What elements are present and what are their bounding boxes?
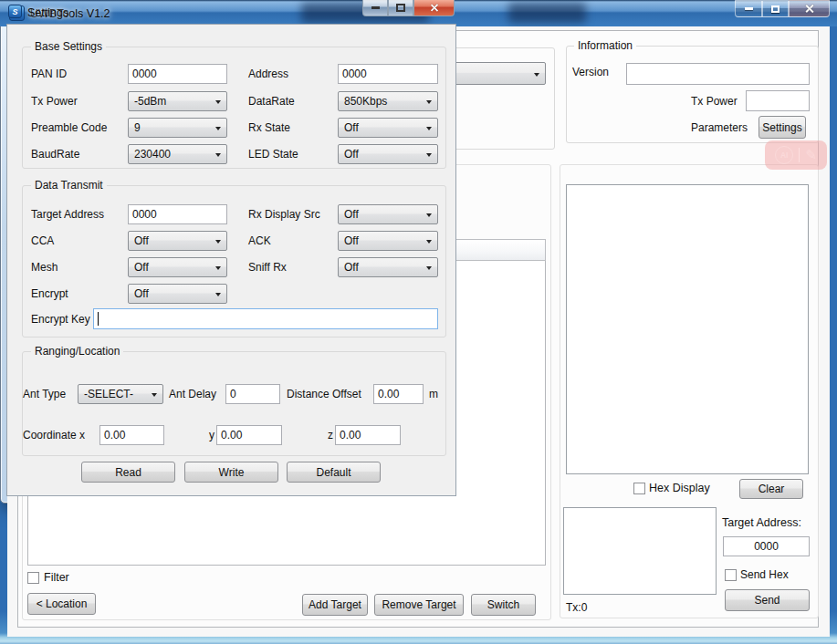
- chevron-down-icon: [215, 293, 221, 296]
- cca-combo[interactable]: Off: [128, 231, 227, 251]
- maximize-icon: [771, 5, 779, 13]
- chevron-down-icon: [534, 73, 539, 77]
- switch-button[interactable]: Switch: [471, 594, 536, 616]
- chevron-down-icon: [215, 100, 221, 104]
- distance-offset-field[interactable]: 0.00: [373, 384, 424, 404]
- ant-type-combo[interactable]: -SELECT-: [78, 384, 163, 404]
- coordinate-x-label: Coordinate x: [23, 429, 85, 441]
- send-button[interactable]: Send: [725, 589, 810, 611]
- target-address-label: Target Address:: [722, 516, 801, 529]
- coordinate-y-label: y: [209, 429, 214, 441]
- ant-delay-field[interactable]: 0: [225, 384, 280, 404]
- ranging-location-legend: Ranging/Location: [31, 345, 123, 358]
- encrypt-key-label: Encrypt Key: [31, 313, 90, 326]
- chevron-down-icon: [426, 127, 432, 130]
- pan-id-label: PAN ID: [31, 68, 67, 80]
- datarate-label: DataRate: [248, 95, 295, 108]
- rx-state-combo[interactable]: Off: [338, 118, 438, 138]
- coordinate-z-label: z: [328, 429, 333, 441]
- receive-display-area[interactable]: [566, 184, 809, 474]
- add-target-button[interactable]: Add Target: [302, 594, 368, 616]
- pan-id-field[interactable]: 0000: [128, 64, 227, 84]
- tx-power-label: Tx Power: [691, 95, 738, 108]
- titlebar-reflection: [508, 3, 586, 23]
- coordinate-z-field[interactable]: 0.00: [335, 425, 401, 445]
- send-hex-checkbox[interactable]: [725, 569, 737, 581]
- chevron-down-icon: [215, 127, 221, 130]
- coordinate-y-field[interactable]: 0.00: [216, 425, 282, 445]
- baudrate-combo[interactable]: 230400: [128, 144, 227, 164]
- minimize-button[interactable]: [735, 0, 762, 17]
- chevron-down-icon: [426, 153, 432, 157]
- rx-display-src-combo[interactable]: Off: [338, 204, 438, 224]
- dialog-minimize-button[interactable]: [362, 0, 388, 16]
- pen-icon[interactable]: ✎: [805, 147, 817, 163]
- version-field[interactable]: [626, 63, 810, 85]
- sniff-rx-combo[interactable]: Off: [338, 257, 438, 277]
- encrypt-combo[interactable]: Off: [128, 284, 227, 304]
- version-label: Version: [572, 66, 609, 78]
- mesh-combo[interactable]: Off: [128, 257, 227, 277]
- filter-label: Filter: [44, 571, 69, 584]
- encrypt-label: Encrypt: [31, 287, 68, 300]
- dialog-restore-button[interactable]: [388, 0, 413, 16]
- ai-overlay-toolbar[interactable]: AI ✎: [765, 140, 827, 170]
- rx-state-label: Rx State: [248, 121, 290, 134]
- tx-power-field[interactable]: [746, 90, 810, 111]
- filter-checkbox[interactable]: [27, 572, 39, 584]
- ai-icon[interactable]: AI: [775, 146, 793, 164]
- chevron-down-icon: [426, 266, 432, 270]
- default-button[interactable]: Default: [287, 462, 381, 483]
- close-icon: [804, 4, 814, 14]
- location-button[interactable]: < Location: [27, 593, 96, 615]
- distance-offset-label: Distance Offset: [287, 388, 361, 400]
- chevron-down-icon: [215, 240, 221, 244]
- dialog-icon: S: [8, 5, 22, 18]
- close-button[interactable]: [789, 0, 830, 17]
- dlg-tx-power-label: Tx Power: [31, 95, 78, 108]
- cca-label: CCA: [31, 234, 54, 247]
- hex-display-checkbox[interactable]: [633, 483, 645, 494]
- mesh-label: Mesh: [31, 261, 58, 274]
- ack-label: ACK: [248, 234, 271, 247]
- tx-display-area[interactable]: [563, 507, 717, 595]
- dialog-client-area: Base Settings PAN ID 0000 Address 0000 T…: [6, 24, 456, 496]
- restore-icon: [396, 4, 405, 12]
- sniff-rx-label: Sniff Rx: [248, 261, 287, 274]
- encrypt-key-field[interactable]: [93, 308, 438, 329]
- preamble-code-combo[interactable]: 9: [128, 118, 227, 138]
- datarate-combo[interactable]: 850Kbps: [338, 91, 438, 111]
- read-button[interactable]: Read: [81, 462, 175, 483]
- coordinate-x-field[interactable]: 0.00: [99, 425, 164, 445]
- divider: [799, 148, 800, 162]
- close-icon: [430, 3, 439, 12]
- send-hex-label: Send Hex: [740, 568, 789, 581]
- chevron-down-icon: [215, 153, 221, 157]
- settings-dialog[interactable]: S Settings Base Settings PAN ID 0000 Add…: [0, 0, 465, 504]
- dlg-target-address-label: Target Address: [31, 208, 104, 221]
- chevron-down-icon: [426, 213, 432, 217]
- text-caret: [98, 312, 99, 326]
- ant-delay-label: Ant Delay: [169, 388, 216, 400]
- dlg-target-address-field[interactable]: 0000: [128, 204, 227, 224]
- dialog-title: Settings: [27, 6, 68, 19]
- data-transmit-legend: Data Transmit: [31, 179, 107, 192]
- address-label: Address: [248, 68, 288, 80]
- led-state-label: LED State: [248, 148, 298, 161]
- ack-combo[interactable]: Off: [338, 231, 438, 251]
- information-group-legend: Information: [574, 39, 636, 52]
- maximize-button[interactable]: [762, 0, 789, 17]
- dlg-baudrate-label: BaudRate: [31, 148, 79, 161]
- settings-button[interactable]: Settings: [759, 116, 806, 139]
- write-button[interactable]: Write: [184, 462, 278, 483]
- target-address-field[interactable]: 0000: [723, 536, 810, 556]
- clear-button[interactable]: Clear: [739, 479, 803, 499]
- tx-count-label: Tx:0: [566, 601, 587, 614]
- remove-target-button[interactable]: Remove Target: [374, 594, 464, 616]
- base-settings-legend: Base Settings: [31, 40, 106, 53]
- address-field[interactable]: 0000: [338, 64, 438, 84]
- tx-power-combo[interactable]: -5dBm: [128, 91, 227, 111]
- led-state-combo[interactable]: Off: [338, 144, 438, 164]
- chevron-down-icon: [152, 393, 157, 397]
- dialog-close-button[interactable]: [413, 0, 455, 16]
